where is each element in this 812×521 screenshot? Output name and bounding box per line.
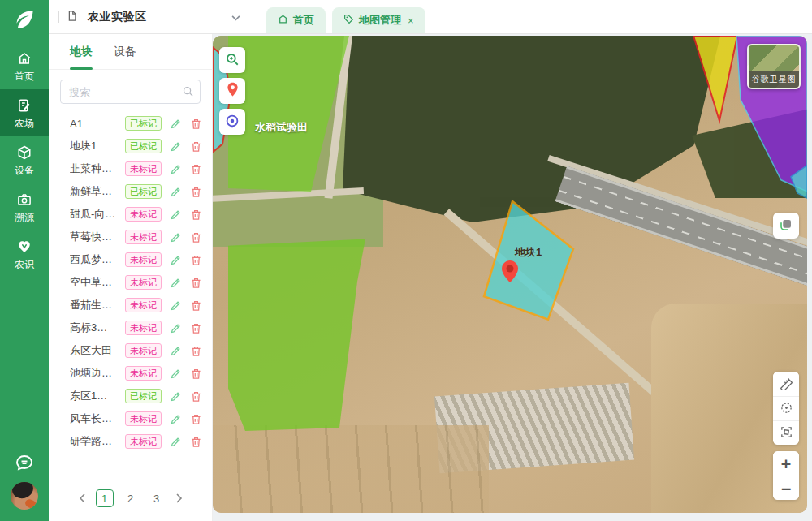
map-search-button[interactable]	[219, 47, 245, 73]
edit-icon[interactable]	[169, 412, 182, 425]
edit-icon[interactable]	[169, 299, 182, 312]
list-item[interactable]: 高标3号棚 未标记	[49, 316, 212, 339]
fullscreen-icon	[780, 425, 793, 441]
prev-page-icon[interactable]	[76, 493, 88, 503]
edit-icon[interactable]	[169, 276, 182, 289]
map-locate-button[interactable]	[219, 109, 245, 135]
delete-icon[interactable]	[189, 344, 202, 357]
status-badge: 已标记	[125, 184, 162, 199]
status-badge: 未标记	[125, 366, 162, 381]
sidebar-item-knowledge[interactable]: 农识	[0, 230, 49, 278]
list-item[interactable]: 甜瓜-向往的田园 未标记	[49, 203, 212, 226]
trace-camera-icon	[17, 192, 32, 209]
status-badge: 已标记	[125, 139, 162, 153]
delete-icon[interactable]	[189, 162, 202, 175]
delete-icon[interactable]	[189, 321, 202, 334]
tab-map-management[interactable]: 地图管理 ×	[332, 7, 425, 33]
list-item[interactable]: 西瓜梦工厂 未标记	[49, 248, 212, 271]
page-button-2[interactable]: 2	[122, 489, 140, 507]
edit-icon[interactable]	[169, 367, 182, 380]
fit-view-button[interactable]	[773, 420, 799, 445]
topbar: 农业实验区 首页 地图管理 ×	[49, 0, 812, 34]
list-item[interactable]: 空中草莓棚 未标记	[49, 271, 212, 294]
delete-icon[interactable]	[189, 367, 202, 380]
list-item[interactable]: 东区大田 未标记	[49, 339, 212, 362]
polygon-rice-field	[228, 36, 349, 192]
tab-devices[interactable]: 设备	[114, 34, 136, 70]
delete-icon[interactable]	[189, 140, 202, 153]
edit-icon[interactable]	[169, 140, 182, 153]
delete-icon[interactable]	[189, 117, 202, 130]
sidebar-nav: 首页 农场 设备 溯源 农识	[0, 42, 49, 278]
org-selector[interactable]: 农业实验区	[58, 0, 240, 34]
sidebar-item-device[interactable]: 设备	[0, 136, 49, 183]
page-button-1[interactable]: 1	[96, 489, 114, 507]
edit-icon[interactable]	[169, 162, 182, 175]
delete-icon[interactable]	[189, 276, 202, 289]
edit-icon[interactable]	[169, 253, 182, 266]
delete-icon[interactable]	[189, 390, 202, 403]
tab-plots[interactable]: 地块	[70, 34, 93, 70]
map-mark-button[interactable]	[219, 78, 245, 104]
status-badge: 未标记	[125, 275, 162, 290]
edit-icon[interactable]	[169, 344, 182, 357]
delete-icon[interactable]	[189, 185, 202, 198]
delete-icon[interactable]	[189, 299, 202, 312]
org-name[interactable]: 农业实验区	[88, 10, 147, 24]
chat-button[interactable]	[0, 446, 49, 482]
tab-home[interactable]: 首页	[266, 7, 326, 33]
list-item[interactable]: A1 已标记	[49, 112, 212, 135]
list-item[interactable]: 东区1号育苗棚 已标记	[49, 385, 212, 407]
sidebar-item-farm[interactable]: 农场	[0, 89, 49, 136]
list-item[interactable]: 地块1 已标记	[49, 135, 212, 157]
delete-icon[interactable]	[189, 412, 202, 425]
chevron-down-icon[interactable]	[231, 10, 240, 24]
search-box	[60, 80, 201, 104]
delete-icon[interactable]	[189, 253, 202, 266]
edit-icon[interactable]	[169, 321, 182, 334]
list-item[interactable]: 池塘边廊架（使... 未标记	[49, 362, 212, 385]
list-item[interactable]: 新鲜草莓棚 已标记	[49, 180, 212, 203]
content: 地块 设备 A1 已标记 地块1	[49, 34, 812, 521]
delete-icon[interactable]	[189, 435, 202, 448]
basemap-switch-button[interactable]	[773, 213, 799, 239]
map-pin-marker[interactable]	[500, 260, 520, 287]
status-badge: 未标记	[125, 252, 162, 267]
list-item[interactable]: 番茄生产大棚 未标记	[49, 294, 212, 316]
zoom-out-button[interactable]: −	[773, 476, 799, 500]
search-input[interactable]	[60, 80, 201, 104]
main-area: 农业实验区 首页 地图管理 × 地块 设备	[49, 0, 812, 521]
map-tool-group	[773, 372, 799, 445]
status-badge: 未标记	[125, 207, 162, 222]
status-badge: 未标记	[125, 411, 162, 426]
page-button-3[interactable]: 3	[148, 489, 166, 507]
farm-icon	[17, 98, 32, 114]
map-canvas[interactable]: 水稻试验田 地块1	[213, 36, 807, 513]
list-item[interactable]: 研学路（炮仗花） 未标记	[49, 430, 212, 453]
measure-button[interactable]	[773, 372, 799, 396]
edit-icon[interactable]	[169, 390, 182, 403]
close-icon[interactable]: ×	[408, 15, 414, 26]
sidebar-item-trace[interactable]: 溯源	[0, 183, 49, 230]
edit-icon[interactable]	[169, 185, 182, 198]
app-root: 首页 农场 设备 溯源 农识	[0, 0, 812, 521]
edit-icon[interactable]	[169, 230, 182, 243]
edit-icon[interactable]	[169, 435, 182, 448]
user-avatar[interactable]	[11, 482, 38, 510]
edit-icon[interactable]	[169, 208, 182, 221]
zoom-in-button[interactable]: +	[773, 451, 799, 476]
map-container: 水稻试验田 地块1	[213, 34, 812, 521]
locate-button[interactable]	[773, 396, 799, 420]
next-page-icon[interactable]	[174, 493, 185, 503]
delete-icon[interactable]	[189, 208, 202, 221]
target-icon	[225, 114, 240, 131]
list-item[interactable]: 风车长廊2(紫藤) 未标记	[49, 407, 212, 430]
sidebar-item-home[interactable]: 首页	[0, 42, 49, 89]
delete-icon[interactable]	[189, 230, 202, 243]
panel-tabs: 地块 设备	[49, 34, 212, 70]
basemap-selector[interactable]: 谷歌卫星图	[747, 44, 801, 89]
list-item[interactable]: 草莓快乐星球 未标记	[49, 226, 212, 248]
edit-icon[interactable]	[169, 117, 182, 130]
list-item[interactable]: 韭菜种植区 未标记	[49, 157, 212, 180]
status-badge: 未标记	[125, 161, 162, 176]
